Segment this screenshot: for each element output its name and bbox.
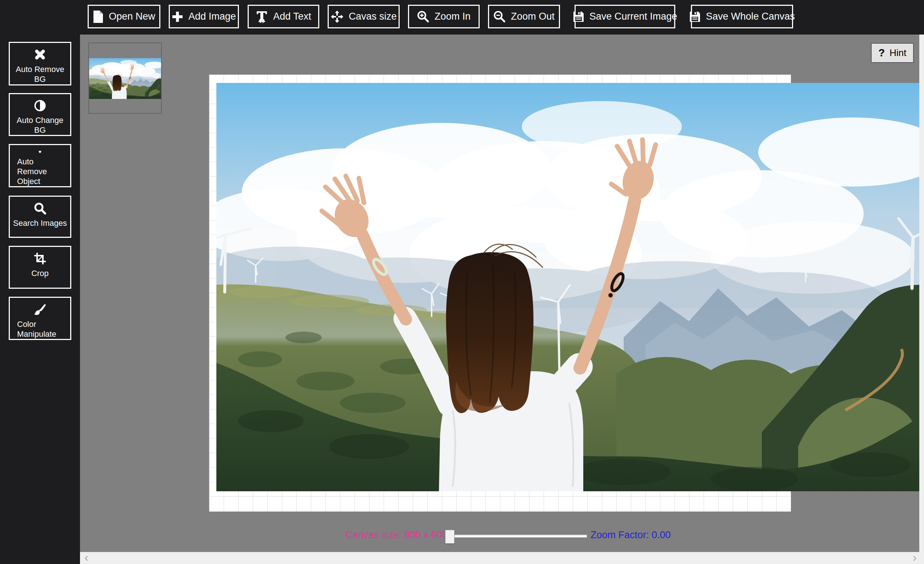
zoom-factor-value: 0.00 (652, 530, 671, 540)
zoom-out-icon (494, 10, 506, 23)
plus-icon (172, 11, 183, 22)
auto-change-bg-button[interactable]: Auto Change BG (9, 93, 71, 136)
tool-label: Search Images (11, 218, 69, 228)
app-window: Open New Add Image Add Text Cavas s (0, 0, 924, 564)
vertical-scrollbar[interactable] (919, 34, 924, 552)
canvas-size-button[interactable]: Cavas size (328, 5, 400, 28)
save-whole-canvas-button[interactable]: Save Whole Canvas (691, 5, 793, 28)
tool-label: Auto Remove Object (17, 157, 64, 186)
save-icon (689, 11, 701, 22)
horizontal-scrollbar[interactable]: ‹ › (80, 552, 924, 564)
save-icon (573, 11, 584, 22)
save-current-image-button[interactable]: Save Current Image (574, 5, 675, 28)
zoom-factor-label: Zoom Factor: (591, 530, 649, 540)
zoom-out-button[interactable]: Zoom Out (488, 5, 560, 28)
hint-button[interactable]: ? Hint (871, 43, 914, 63)
x-icon (33, 48, 46, 61)
button-label: Cavas size (349, 11, 397, 22)
brush-icon (33, 303, 46, 316)
scroll-right-icon[interactable]: › (913, 551, 917, 563)
photo-layer[interactable] (216, 83, 919, 491)
button-label: Save Whole Canvas (706, 11, 795, 22)
crop-icon (33, 252, 46, 265)
tool-label: Crop (11, 268, 69, 278)
crop-button[interactable]: Crop (9, 246, 71, 289)
add-image-button[interactable]: Add Image (169, 5, 239, 28)
color-manipulate-button[interactable]: Color Manipulate (9, 297, 71, 340)
question-icon: ? (879, 47, 885, 59)
scroll-left-icon[interactable]: ‹ (84, 551, 88, 563)
button-label: Add Image (188, 11, 236, 22)
left-tool-rail: Auto Remove BG Auto Change BG Auto Remov… (0, 34, 80, 564)
image-thumbnail[interactable] (88, 42, 162, 114)
tool-label: Color Manipulate (17, 319, 64, 339)
zoom-slider-track[interactable] (451, 534, 587, 537)
zoom-in-icon (417, 10, 429, 23)
button-label: Add Text (273, 11, 311, 22)
canvas-size-status: Canvas size: 800 x 600 (345, 530, 448, 541)
search-icon (33, 202, 46, 215)
tool-label: Auto Remove BG (11, 64, 69, 84)
thumbnail-photo (89, 58, 161, 99)
zoom-slider-thumb[interactable] (445, 530, 454, 544)
top-toolbar: Open New Add Image Add Text Cavas s (0, 0, 924, 34)
tool-label: Auto Change BG (11, 115, 69, 135)
button-label: Zoom In (435, 11, 471, 22)
hint-label: Hint (890, 47, 906, 58)
move-icon (330, 10, 344, 23)
zoom-factor-status: Zoom Factor: 0.00 (591, 530, 671, 541)
open-new-button[interactable]: Open New (88, 5, 160, 28)
contrast-icon (33, 99, 46, 112)
text-icon (256, 10, 268, 23)
button-label: Save Current Image (590, 11, 678, 22)
search-images-button[interactable]: Search Images (9, 196, 71, 238)
button-label: Open New (109, 11, 155, 22)
heart-icon (33, 150, 46, 153)
auto-remove-object-button[interactable]: Auto Remove Object (9, 144, 71, 187)
new-document-icon (93, 10, 104, 23)
button-label: Zoom Out (511, 11, 555, 22)
zoom-in-button[interactable]: Zoom In (408, 5, 480, 28)
add-text-button[interactable]: Add Text (248, 5, 319, 28)
auto-remove-bg-button[interactable]: Auto Remove BG (9, 42, 71, 86)
